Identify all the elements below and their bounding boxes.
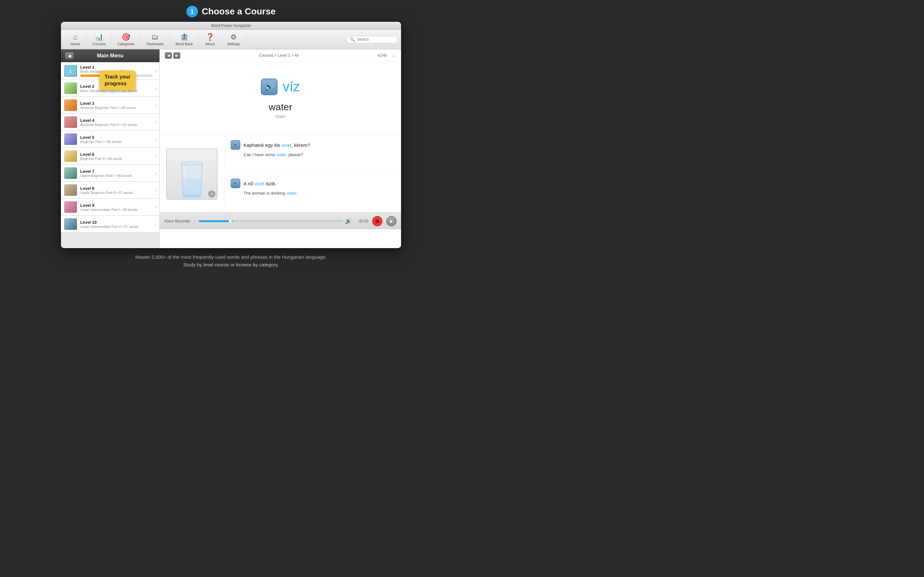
svg-point-2 [182, 161, 202, 165]
water-glass-illustration [173, 157, 211, 199]
list-item[interactable]: Level 5 Beginner Part I • 96 words › [61, 131, 160, 148]
speaker-icon: 🔊 [264, 82, 274, 91]
level-name: Level 9 [80, 203, 153, 208]
image-expand-button[interactable]: + [208, 190, 215, 197]
level-name: Level 4 [80, 118, 153, 123]
footer-line-2: Study by level course or browse by categ… [0, 261, 462, 269]
sentence-2-en-text: The woman is drinking water. [231, 191, 395, 195]
nav-settings[interactable]: ⚙ Settings [221, 32, 246, 47]
audio-word-button[interactable]: 🔊 [261, 79, 278, 95]
level-desc: Lower Intermediate Part I • 98 words [80, 208, 153, 211]
highlighted-word: vizet [281, 142, 291, 148]
breadcrumb-bar: ◀ ▶ Courses > Level 1 > All 42/46 ☆ [160, 49, 401, 62]
list-item[interactable]: Level 10 Lower Intermediate Part II • 97… [61, 216, 160, 233]
prev-button[interactable]: ◀ [165, 52, 172, 59]
sentence-hungarian: 🔊 A nő vizet iszik. [231, 179, 395, 188]
nav-categories[interactable]: 🎯 Categories [111, 32, 141, 47]
progress-thumb [228, 220, 233, 222]
right-panel: ◀ ▶ Courses > Level 1 > All 42/46 ☆ 🔊 ví… [160, 49, 401, 248]
svg-point-4 [190, 183, 192, 185]
nav-home[interactable]: ⌂ Home [64, 32, 87, 47]
level-desc: Absolute Beginner Part II • 82 words [80, 123, 153, 127]
play-icon: ▶ [390, 219, 393, 223]
search-input[interactable] [357, 37, 394, 42]
nav-wordbank[interactable]: 🏦 Word Bank [170, 32, 199, 47]
search-box[interactable]: 🔍 [347, 36, 398, 43]
level-thumbnail [64, 99, 77, 111]
waveform-area: 🔊 [199, 218, 352, 224]
list-item[interactable]: Level 7 Upper Beginner Part I • 90 words… [61, 165, 160, 182]
record-dot-icon [375, 219, 379, 223]
chevron-right-icon: › [155, 171, 156, 176]
level-info: Level 6 Beginner Part II • 99 words [80, 152, 153, 161]
home-icon: ⌂ [73, 33, 78, 41]
level-name: Level 3 [80, 101, 153, 106]
list-item[interactable]: Level 6 Beginner Part II • 99 words › [61, 148, 160, 165]
nav-about[interactable]: ❓ About [199, 32, 221, 47]
level-thumbnail: 1 [64, 65, 77, 77]
next-button[interactable]: ▶ [173, 52, 180, 59]
footer-text: Master 2,000+ of the most frequently use… [0, 248, 462, 272]
word-header: 🔊 víz [261, 79, 300, 95]
level-desc: Beginner Part II • 99 words [80, 157, 153, 161]
app-window: Word Power Hungarian ⌂ Home 📊 Courses 🎯 … [61, 22, 401, 248]
wordbank-icon: 🏦 [180, 33, 189, 41]
chevron-right-icon: › [155, 205, 156, 210]
progress-tooltip: Track yourprogress [99, 71, 136, 90]
back-button[interactable]: ◀ [65, 52, 74, 60]
flashcards-icon: 🗂 [152, 33, 158, 41]
level-desc: Beginner Part I • 96 words [80, 140, 153, 143]
star-button[interactable]: ☆ [391, 52, 396, 59]
sentence-2-hu-text: A nő vizet iszik. [244, 181, 276, 186]
level-thumbnail [64, 150, 77, 162]
level-info: Level 9 Lower Intermediate Part I • 98 w… [80, 203, 153, 211]
settings-icon: ⚙ [230, 33, 237, 41]
list-item[interactable]: Level 4 Absolute Beginner Part II • 82 w… [61, 114, 160, 131]
level-name: Level 6 [80, 152, 153, 157]
chevron-right-icon: › [155, 153, 156, 159]
chevron-right-icon: › [155, 187, 156, 193]
sound-waves-icon: 🔊 [345, 218, 352, 224]
play-button[interactable]: ▶ [386, 216, 397, 226]
level-info: Level 4 Absolute Beginner Part II • 82 w… [80, 118, 153, 127]
chevron-right-icon: › [155, 137, 156, 142]
record-button[interactable] [372, 216, 383, 226]
step-badge: 1 [186, 6, 198, 17]
list-item[interactable]: Level 9 Lower Intermediate Part I • 98 w… [61, 199, 160, 216]
level-name: Level 8 [80, 186, 153, 191]
footer-line-1: Master 2,000+ of the most frequently use… [0, 253, 462, 261]
courses-icon: 📊 [95, 33, 103, 41]
level-name: Level 5 [80, 135, 153, 140]
sentence-item: 🔊 A nő vizet iszik. The woman is drinkin… [224, 174, 401, 213]
level-thumbnail [64, 116, 77, 128]
list-item[interactable]: Level 3 Absolute Beginner Part I • 89 wo… [61, 97, 160, 114]
image-area: + [160, 135, 224, 213]
sentence-hungarian: 🔊 Kaphatok egy kis vizet, kérem? [231, 140, 395, 150]
nav-wordbank-label: Word Bank [176, 42, 193, 46]
nav-about-label: About [205, 42, 215, 46]
chevron-right-icon: › [155, 85, 156, 91]
list-item[interactable]: Level 8 Upper Beginner Part II • 97 word… [61, 182, 160, 199]
level-thumbnail [64, 82, 77, 94]
word-counter: 42/46 [377, 53, 387, 58]
level-thumbnail [64, 133, 77, 145]
nav-courses[interactable]: 📊 Courses [87, 32, 111, 47]
sentence-1-hu-text: Kaphatok egy kis vizet, kérem? [244, 142, 310, 148]
level-info: Level 7 Upper Beginner Part I • 90 words [80, 169, 153, 177]
level-thumbnail [64, 201, 77, 213]
chevron-right-icon: › [155, 68, 156, 73]
playback-progress[interactable] [199, 220, 342, 222]
window-title: Word Power Hungarian [211, 23, 251, 28]
audio-sentence-1-button[interactable]: 🔊 [231, 140, 240, 150]
word-display: 🔊 víz water noun [160, 62, 401, 135]
level-info: Level 8 Upper Beginner Part II • 97 word… [80, 186, 153, 195]
highlighted-word: water [286, 191, 296, 195]
word-image: + [166, 148, 218, 200]
speaker-sm-icon: 🔊 [233, 181, 238, 186]
highlighted-word: water [276, 152, 286, 157]
recorder-label: Voice Recorder [164, 219, 195, 223]
nav-flashcards[interactable]: 🗂 Flashcards [141, 32, 170, 47]
audio-sentence-2-button[interactable]: 🔊 [231, 179, 240, 188]
level-desc: Absolute Beginner Part I • 89 words [80, 106, 153, 110]
chevron-right-icon: › [155, 103, 156, 108]
